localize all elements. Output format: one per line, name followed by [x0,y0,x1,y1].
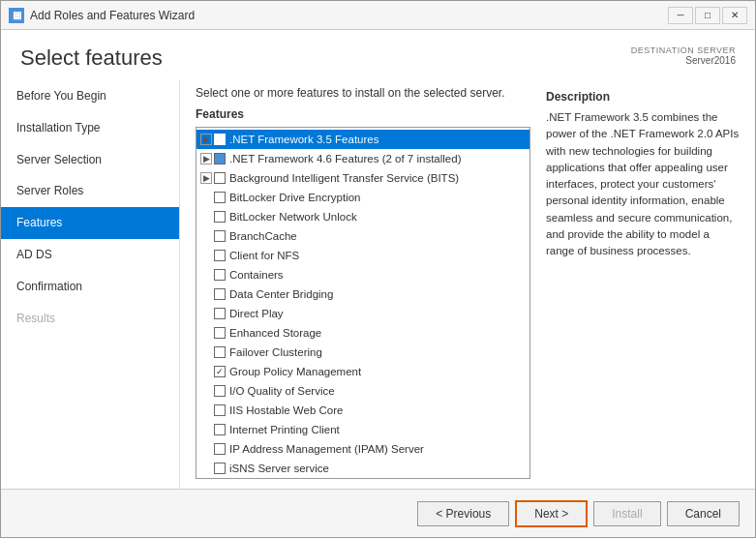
destination-label: DESTINATION SERVER [631,45,736,55]
feature-checkbox[interactable] [214,172,226,184]
previous-button[interactable]: < Previous [417,501,509,526]
cancel-button[interactable]: Cancel [667,501,740,526]
sidebar-item-features[interactable]: Features [1,207,179,239]
sidebar-item-server-roles[interactable]: Server Roles [1,175,179,207]
list-item[interactable]: Client for NFS [197,246,529,265]
feature-checkbox[interactable] [214,346,226,358]
list-item[interactable]: Direct Play [197,304,529,323]
feature-checkbox[interactable] [214,424,226,435]
list-item[interactable]: BranchCache [197,226,529,246]
content-area: Select features DESTINATION SERVER Serve… [1,30,755,537]
features-list[interactable]: ▶ .NET Framework 3.5 Features ▶ [197,128,529,478]
next-button[interactable]: Next > [515,500,588,527]
sidebar-item-results: Results [1,303,179,335]
list-item[interactable]: BitLocker Network Unlock [197,207,529,226]
description-text: .NET Framework 3.5 combines the power of… [546,109,740,259]
list-item[interactable]: Containers [197,265,529,284]
sidebar: Before You Begin Installation Type Serve… [1,80,180,489]
app-icon: ▦ [9,8,24,23]
minimize-button[interactable]: ─ [668,7,693,24]
list-item[interactable]: Data Center Bridging [197,284,529,304]
description-panel: Description .NET Framework 3.5 combines … [546,90,740,479]
list-item[interactable]: Group Policy Management [197,362,529,381]
titlebar-left: ▦ Add Roles and Features Wizard [9,8,195,23]
page-header: Select features DESTINATION SERVER Serve… [1,30,755,80]
list-item[interactable]: iSNS Server service [197,459,529,478]
list-item[interactable]: Internet Printing Client [197,420,529,439]
main-body: Before You Begin Installation Type Serve… [1,80,755,489]
list-item[interactable]: ▶ .NET Framework 4.6 Features (2 of 7 in… [197,149,529,168]
titlebar-controls: ─ □ ✕ [668,7,747,24]
list-item[interactable]: Failover Clustering [197,343,529,362]
feature-checkbox[interactable] [214,211,226,223]
feature-checkbox[interactable] [214,250,226,261]
features-list-container: ▶ .NET Framework 3.5 Features ▶ [196,127,530,479]
footer: < Previous Next > Install Cancel [1,489,755,537]
destination-server-name: Server2016 [631,55,736,66]
window-title: Add Roles and Features Wizard [30,9,195,22]
feature-checkbox[interactable] [214,153,226,164]
expand-icon[interactable]: ▶ [200,153,212,164]
feature-checkbox[interactable] [214,134,226,145]
maximize-button[interactable]: □ [695,7,720,24]
feature-checkbox[interactable] [214,230,226,242]
sidebar-item-server-selection[interactable]: Server Selection [1,144,179,176]
feature-checkbox[interactable] [214,288,226,300]
sidebar-item-ad-ds[interactable]: AD DS [1,239,179,271]
install-button[interactable]: Install [593,501,660,526]
list-item[interactable]: Enhanced Storage [197,323,529,343]
titlebar: ▦ Add Roles and Features Wizard ─ □ ✕ [1,1,755,30]
feature-checkbox[interactable] [214,443,226,455]
expand-icon[interactable]: ▶ [200,134,212,145]
feature-checkbox[interactable] [214,327,226,339]
feature-checkbox[interactable] [214,192,226,203]
list-item[interactable]: ▶ .NET Framework 3.5 Features [197,130,529,149]
list-item[interactable]: IIS Hostable Web Core [197,401,529,420]
right-panel: Select one or more features to install o… [180,80,755,489]
sidebar-item-installation-type[interactable]: Installation Type [1,112,179,144]
sidebar-item-confirmation[interactable]: Confirmation [1,271,179,303]
features-label: Features [196,107,530,121]
features-section: Select one or more features to install o… [196,90,530,479]
feature-checkbox[interactable] [214,385,226,397]
list-item[interactable]: BitLocker Drive Encryption [197,188,529,207]
page-title: Select features [20,45,163,71]
instruction-text: Select one or more features to install o… [196,86,530,100]
feature-checkbox[interactable] [214,404,226,416]
feature-checkbox[interactable] [214,308,226,319]
feature-checkbox[interactable] [214,463,226,474]
main-window: ▦ Add Roles and Features Wizard ─ □ ✕ Se… [0,0,756,538]
close-button[interactable]: ✕ [722,7,747,24]
expand-icon[interactable]: ▶ [200,172,212,184]
list-item[interactable]: ▶ Background Intelligent Transfer Servic… [197,168,529,188]
list-item[interactable]: IP Address Management (IPAM) Server [197,439,529,459]
description-label: Description [546,90,740,104]
feature-checkbox[interactable] [214,366,226,377]
feature-checkbox[interactable] [214,269,226,281]
list-item[interactable]: I/O Quality of Service [197,381,529,401]
destination-server-info: DESTINATION SERVER Server2016 [631,45,736,66]
sidebar-item-before-you-begin[interactable]: Before You Begin [1,80,179,112]
